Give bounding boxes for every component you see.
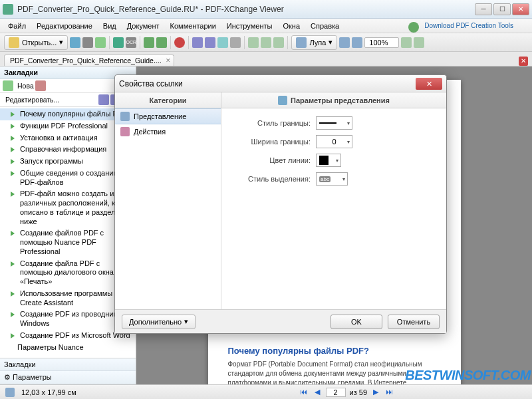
folder-icon xyxy=(9,37,19,48)
new-bookmark-label[interactable]: Нова xyxy=(15,82,34,90)
bookmark-icon xyxy=(9,332,17,340)
download-tools-link[interactable]: Download PDF Creation Tools xyxy=(420,21,529,31)
menu-edit[interactable]: Редактирование xyxy=(31,21,98,31)
text-select-icon[interactable] xyxy=(273,37,284,48)
bookmark-icon xyxy=(9,122,17,130)
page-number-field[interactable]: 2 xyxy=(326,388,346,397)
border-style-select[interactable] xyxy=(316,116,352,130)
line-icon xyxy=(319,122,336,124)
save-icon[interactable] xyxy=(70,37,80,48)
abc-icon: abc xyxy=(319,176,331,182)
cancel-button[interactable]: Отменить xyxy=(388,315,440,329)
last-page-icon[interactable]: ⏭ xyxy=(384,388,394,397)
first-page-icon[interactable]: ⏮ xyxy=(299,388,309,397)
bookmark-icon xyxy=(9,170,17,178)
next-page-icon[interactable]: ▶ xyxy=(371,388,380,397)
edit-bookmark-label[interactable]: Редактировать... xyxy=(3,96,59,104)
border-width-label: Ширина границы: xyxy=(231,138,311,146)
app-icon xyxy=(3,4,13,15)
menubar: Файл Редактирование Вид Документ Коммент… xyxy=(0,19,532,33)
magnifier-icon xyxy=(296,37,307,48)
redo-icon[interactable] xyxy=(156,37,167,48)
export-icon[interactable] xyxy=(205,37,215,48)
ok-button[interactable]: OK xyxy=(331,315,382,329)
close-all-tabs[interactable]: ✕ xyxy=(519,57,528,66)
zoom-out-icon[interactable] xyxy=(339,37,350,48)
page-total: из 59 xyxy=(350,388,367,396)
fit-page-icon[interactable] xyxy=(401,37,412,48)
params-panel: Стиль границы: Ширина границы: 0 Цвет ли… xyxy=(221,108,446,309)
category-list: Представление Действия xyxy=(115,108,221,309)
minimize-button[interactable]: ─ xyxy=(475,3,492,15)
link-properties-dialog: Свойства ссылки ✕ Категории Параметры пр… xyxy=(114,74,447,334)
open-button[interactable]: Открыть...▾ xyxy=(4,35,68,50)
window-title: PDF_Converter_Pro_Quick_Reference_Guide.… xyxy=(17,5,475,14)
menu-document[interactable]: Документ xyxy=(122,21,165,31)
page-dimensions: 12,03 x 17,99 см xyxy=(21,388,76,396)
dialog-titlebar[interactable]: Свойства ссылки ✕ xyxy=(115,75,446,92)
page-heading: Почему популярны файлы PDF? xyxy=(228,346,441,356)
highlight-style-label: Стиль выделения: xyxy=(231,175,311,183)
category-actions[interactable]: Действия xyxy=(115,124,221,139)
highlight-style-select[interactable]: abc xyxy=(316,172,348,186)
hand-icon[interactable] xyxy=(261,37,271,48)
dialog-title: Свойства ссылки xyxy=(119,79,183,88)
menu-view[interactable]: Вид xyxy=(98,21,122,31)
line-color-label: Цвет линии: xyxy=(231,156,311,164)
tab-close-icon[interactable]: ✕ xyxy=(166,57,171,64)
dialog-close-button[interactable]: ✕ xyxy=(416,78,442,90)
bookmark-icon xyxy=(9,146,17,154)
layout-icon[interactable] xyxy=(5,388,15,397)
main-toolbar: Открыть...▾ OCR Лупа▾ 100% xyxy=(0,33,532,52)
bookmark-icon xyxy=(9,260,17,268)
undo-icon[interactable] xyxy=(144,37,154,48)
select-icon[interactable] xyxy=(248,37,259,48)
sidebar-tab-bookmarks[interactable]: Закладки xyxy=(0,358,136,371)
find-icon[interactable] xyxy=(230,37,241,48)
category-presentation[interactable]: Представление xyxy=(115,108,221,124)
bookmark-icon xyxy=(9,311,17,319)
fit-width-icon[interactable] xyxy=(414,37,424,48)
bookmark-subitem[interactable]: Параметры Nuance xyxy=(0,342,136,354)
menu-comments[interactable]: Комментарии xyxy=(165,21,221,31)
open-label: Открыть... xyxy=(22,39,57,47)
zoom-in-icon[interactable] xyxy=(352,37,362,48)
menu-file[interactable]: Файл xyxy=(3,21,31,31)
maximize-button[interactable]: ☐ xyxy=(493,3,511,15)
document-tab[interactable]: PDF_Converter_Pro_Quick_Reference_Guide.… xyxy=(4,55,174,66)
color-swatch xyxy=(319,156,329,165)
border-style-label: Стиль границы: xyxy=(231,119,311,127)
email-icon[interactable] xyxy=(95,37,106,48)
bookmark-icon xyxy=(9,190,17,198)
menu-help[interactable]: Справка xyxy=(305,21,344,31)
adobe-icon[interactable] xyxy=(174,37,185,48)
loupe-button[interactable]: Лупа▾ xyxy=(291,35,337,50)
border-width-spinner[interactable]: 0 xyxy=(316,135,352,148)
bookmark-icon xyxy=(9,158,17,166)
menu-tools[interactable]: Инструменты xyxy=(221,21,278,31)
statusbar: 12,03 x 17,99 см ⏮ ◀ 2 из 59 ▶ ⏭ xyxy=(0,384,532,399)
prev-page-icon[interactable]: ◀ xyxy=(313,388,322,397)
close-button[interactable]: ✕ xyxy=(512,3,529,15)
zoom-field[interactable]: 100% xyxy=(364,37,399,48)
clipboard-icon[interactable] xyxy=(217,37,228,48)
menu-windows[interactable]: Окна xyxy=(277,21,305,31)
document-tabbar: PDF_Converter_Pro_Quick_Reference_Guide.… xyxy=(0,52,532,66)
snapshot-icon[interactable] xyxy=(192,37,203,48)
actions-icon xyxy=(120,127,130,136)
sidebar-tab-params[interactable]: ⚙ Параметры xyxy=(0,371,136,384)
bookmark-icon xyxy=(9,290,17,298)
new-bookmark-icon[interactable] xyxy=(3,80,13,91)
scan-icon[interactable] xyxy=(113,37,124,48)
print-icon[interactable] xyxy=(82,37,93,48)
categories-column-header: Категории xyxy=(115,92,221,108)
expand-icon[interactable] xyxy=(98,94,109,105)
params-column-header: Параметры представления xyxy=(221,92,446,108)
window-titlebar: PDF_Converter_Pro_Quick_Reference_Guide.… xyxy=(0,0,532,19)
line-color-picker[interactable] xyxy=(316,154,341,167)
bookmark-icon xyxy=(9,229,17,237)
delete-bookmark-icon[interactable] xyxy=(35,80,46,91)
advanced-button[interactable]: Дополнительно ▾ xyxy=(122,315,196,329)
ocr-icon[interactable]: OCR xyxy=(126,37,136,48)
tab-label: PDF_Converter_Pro_Quick_Reference_Guide.… xyxy=(10,57,162,65)
